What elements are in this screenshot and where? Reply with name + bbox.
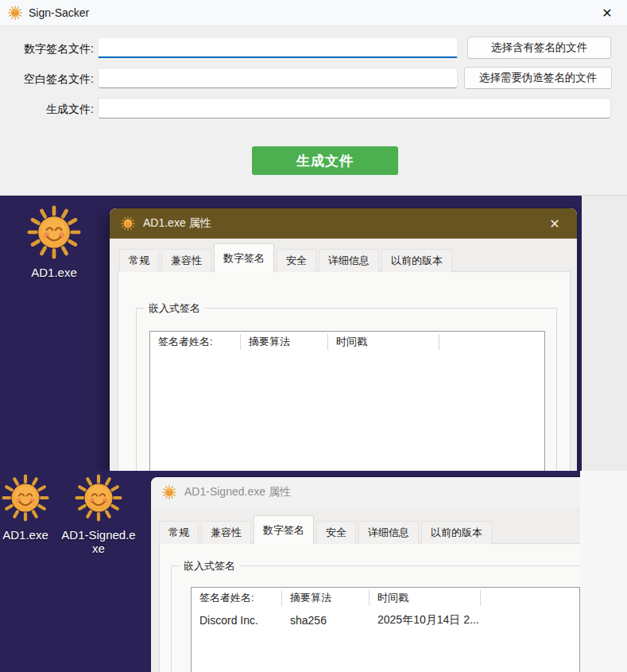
desktop-screenshot-2: AD1.exe AD1-Signed.exe AD1-Signed.exe 属性… xyxy=(0,471,627,672)
signature-list[interactable]: 签名者姓名: 摘要算法 时间戳 Discord Inc. sha256 2025… xyxy=(191,587,580,672)
embedded-signatures-group: 嵌入式签名 签名者姓名: 摘要算法 时间戳 Discord Inc. sha25… xyxy=(171,565,580,672)
tab-compatibility[interactable]: 兼容性 xyxy=(201,521,251,544)
ad1-properties-dialog: AD1.exe 属性 ✕ 常规 兼容性 数字签名 安全 详细信息 以前的版本 嵌… xyxy=(110,208,577,471)
generate-file-button[interactable]: 生成文件 xyxy=(252,146,398,175)
embedded-signatures-group: 嵌入式签名 签名者姓名: 摘要算法 时间戳 xyxy=(136,308,557,471)
tab-security[interactable]: 安全 xyxy=(277,249,316,272)
desktop-icon-label: AD1-Signed.exe xyxy=(60,528,137,555)
sign-sacker-titlebar: Sign-Sacker ✕ xyxy=(0,0,627,26)
desktop-background-1: AD1.exe AD1.exe 属性 ✕ 常规 兼容性 数字签名 安全 详细信息… xyxy=(0,196,582,471)
select-signed-file-button[interactable]: 选择含有签名的文件 xyxy=(467,37,611,59)
desktop-background-2: AD1.exe AD1-Signed.exe AD1-Signed.exe 属性… xyxy=(0,471,580,672)
window-title: Sign-Sacker xyxy=(29,6,89,19)
header-signer-name: 签名者姓名: xyxy=(150,334,241,350)
tab-general[interactable]: 常规 xyxy=(119,249,159,272)
tab-digital-signatures[interactable]: 数字签名 xyxy=(254,515,314,544)
cell-timestamp: 2025年10月14日 2... xyxy=(370,613,513,627)
property-tabs: 常规 兼容性 数字签名 安全 详细信息 以前的版本 xyxy=(119,243,452,272)
digital-signature-file-label: 数字签名文件: xyxy=(5,42,94,56)
desktop-icon-label: AD1.exe xyxy=(14,266,94,279)
dialog-title: AD1.exe 属性 xyxy=(143,216,211,231)
tab-security[interactable]: 安全 xyxy=(316,521,356,544)
dialog-titlebar[interactable]: AD1-Signed.exe 属性 xyxy=(151,477,580,507)
property-tabs: 常规 兼容性 数字签名 安全 详细信息 以前的版本 xyxy=(159,515,492,544)
close-icon[interactable]: ✕ xyxy=(544,216,566,231)
tab-compatibility[interactable]: 兼容性 xyxy=(161,249,211,272)
tab-details[interactable]: 详细信息 xyxy=(319,249,379,272)
table-row[interactable]: Discord Inc. sha256 2025年10月14日 2... xyxy=(192,608,579,632)
screenshot-root: Sign-Sacker ✕ 数字签名文件: 选择含有签名的文件 空白签名文件: … xyxy=(0,0,627,672)
desktop-screenshot-1: AD1.exe AD1.exe 属性 ✕ 常规 兼容性 数字签名 安全 详细信息… xyxy=(0,196,627,471)
tab-previous-versions[interactable]: 以前的版本 xyxy=(381,249,452,272)
tab-digital-signatures[interactable]: 数字签名 xyxy=(214,243,274,272)
blank-signature-file-label: 空白签名文件: xyxy=(5,72,94,87)
ad1-signed-properties-dialog: AD1-Signed.exe 属性 常规 兼容性 数字签名 安全 详细信息 以前… xyxy=(151,477,580,672)
signature-list-header: 签名者姓名: 摘要算法 时间戳 xyxy=(192,588,579,608)
tab-general[interactable]: 常规 xyxy=(159,521,199,544)
tab-previous-versions[interactable]: 以前的版本 xyxy=(421,521,492,544)
select-forge-file-button[interactable]: 选择需要伪造签名的文件 xyxy=(464,67,612,89)
header-digest-algorithm: 摘要算法 xyxy=(241,334,328,350)
desktop-icon-ad1-signed[interactable]: AD1-Signed.exe xyxy=(60,474,137,555)
group-label: 嵌入式签名 xyxy=(180,559,239,573)
sign-sacker-window: Sign-Sacker ✕ 数字签名文件: 选择含有签名的文件 空白签名文件: … xyxy=(0,0,627,196)
header-timestamp: 时间戳 xyxy=(370,590,481,606)
header-digest-algorithm: 摘要算法 xyxy=(282,590,370,606)
blank-signature-file-input[interactable] xyxy=(98,68,458,88)
dialog-title: AD1-Signed.exe 属性 xyxy=(184,485,291,499)
signature-list-header: 签名者姓名: 摘要算法 时间戳 xyxy=(150,332,544,352)
desktop-icon-ad1[interactable]: AD1.exe xyxy=(14,205,94,279)
digital-signature-file-input[interactable] xyxy=(98,37,458,58)
dialog-titlebar[interactable]: AD1.exe 属性 ✕ xyxy=(110,208,577,239)
sun-dialog-icon xyxy=(121,216,135,231)
sun-dialog-icon xyxy=(162,485,176,499)
output-file-label: 生成文件: xyxy=(5,103,94,117)
close-icon[interactable]: ✕ xyxy=(595,6,619,21)
header-timestamp: 时间戳 xyxy=(328,334,439,350)
cell-signer-name: Discord Inc. xyxy=(192,614,282,627)
digital-signatures-panel: 嵌入式签名 签名者姓名: 摘要算法 时间戳 Discord Inc. sha25… xyxy=(159,543,580,672)
group-label: 嵌入式签名 xyxy=(145,301,204,316)
sun-file-icon xyxy=(2,474,49,522)
tab-details[interactable]: 详细信息 xyxy=(358,521,419,544)
digital-signatures-panel: 嵌入式签名 签名者姓名: 摘要算法 时间戳 xyxy=(118,271,571,471)
sun-file-icon xyxy=(75,474,122,522)
sun-file-icon xyxy=(27,205,81,259)
header-signer-name: 签名者姓名: xyxy=(192,590,282,606)
signature-list[interactable]: 签名者姓名: 摘要算法 时间戳 xyxy=(149,331,545,471)
output-file-input[interactable] xyxy=(98,98,611,118)
desktop-icon-ad1-2[interactable]: AD1.exe xyxy=(0,474,65,542)
cell-digest-algorithm: sha256 xyxy=(282,614,370,627)
desktop-icon-label: AD1.exe xyxy=(0,528,65,542)
sun-app-icon xyxy=(8,6,22,20)
